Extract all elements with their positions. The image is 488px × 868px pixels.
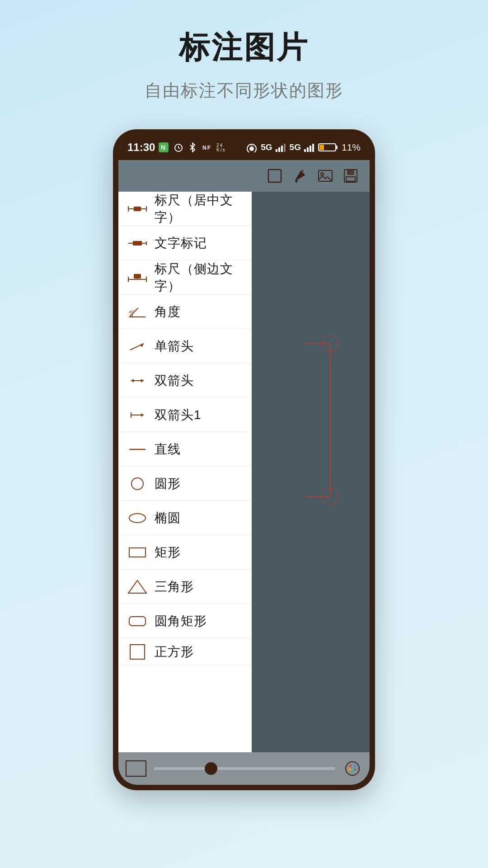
- svg-marker-59: [128, 580, 146, 593]
- svg-text:N: N: [161, 144, 166, 151]
- menu-item-rectangle[interactable]: 矩形: [118, 535, 252, 570]
- svg-rect-22: [268, 170, 281, 182]
- status-time: 11:30: [127, 141, 155, 154]
- palette-button[interactable]: [343, 759, 362, 778]
- menu-item-square[interactable]: 正方形: [118, 638, 252, 665]
- svg-rect-11: [276, 149, 277, 152]
- menu-item-rounded-rect[interactable]: 圆角矩形: [118, 604, 252, 638]
- menu-item-double-arrow[interactable]: 双箭头: [118, 363, 252, 398]
- svg-rect-14: [284, 144, 286, 152]
- svg-rect-18: [312, 144, 314, 152]
- status-right: 2 5G 5G: [245, 142, 361, 153]
- svg-rect-16: [307, 147, 309, 152]
- svg-rect-42: [134, 274, 141, 278]
- clear-tool-button[interactable]: [288, 164, 312, 188]
- menu-label-line: 直线: [155, 441, 181, 458]
- svg-marker-50: [131, 379, 134, 382]
- phone-mockup: 11:30 N: [113, 129, 375, 790]
- menu-item-single-arrow[interactable]: 单箭头: [118, 329, 252, 363]
- svg-rect-15: [304, 149, 306, 152]
- svg-rect-28: [346, 177, 355, 181]
- toolbar: [118, 160, 370, 192]
- status-left: 11:30 N: [127, 141, 229, 154]
- status-bar: 11:30 N: [118, 135, 370, 160]
- svg-point-57: [129, 514, 145, 523]
- svg-marker-54: [141, 413, 144, 417]
- line-icon: [127, 439, 147, 459]
- stroke-slider[interactable]: [154, 767, 335, 770]
- svg-point-67: [346, 762, 359, 775]
- angle-icon: 45°: [127, 302, 147, 322]
- menu-item-ruler-side[interactable]: 标尺（侧边文字）: [118, 260, 252, 295]
- menu-item-circle[interactable]: 圆形: [118, 467, 252, 501]
- save-tool-button[interactable]: [339, 164, 362, 188]
- svg-point-25: [321, 173, 324, 175]
- menu-label-rounded-rect: 圆角矩形: [155, 613, 207, 630]
- menu-label-double-arrow: 双箭头: [155, 372, 194, 389]
- signal-5g2: 5G: [290, 142, 301, 152]
- shape-preview: [126, 760, 146, 777]
- menu-item-line[interactable]: 直线: [118, 432, 252, 467]
- menu-label-square: 正方形: [155, 643, 194, 660]
- page-title: 标注图片: [179, 27, 309, 68]
- menu-label-text-mark: 文字标记: [155, 235, 207, 252]
- main-area: 标尺（居中文字） 文字标记: [118, 192, 370, 752]
- circle-icon: [127, 474, 147, 494]
- text-mark-icon: [127, 233, 147, 253]
- svg-text:NFC: NFC: [202, 145, 211, 151]
- battery-percent: 11%: [342, 142, 361, 153]
- svg-point-71: [348, 768, 351, 771]
- signal-5g: 5G: [261, 142, 272, 152]
- menu-label-ruler-side: 标尺（侧边文字）: [155, 260, 243, 295]
- svg-point-70: [351, 769, 354, 772]
- svg-rect-21: [319, 145, 324, 150]
- square-icon: [127, 642, 147, 662]
- menu-item-triangle[interactable]: 三角形: [118, 570, 252, 604]
- page-subtitle: 自由标注不同形状的图形: [145, 79, 343, 102]
- svg-line-23: [301, 170, 304, 171]
- menu-label-single-arrow: 单箭头: [155, 338, 194, 355]
- svg-point-56: [131, 478, 143, 490]
- menu-item-ruler-center[interactable]: 标尺（居中文字）: [118, 192, 252, 226]
- svg-text:45°: 45°: [129, 310, 135, 314]
- ruler-side-icon: [127, 268, 147, 288]
- svg-rect-13: [281, 146, 283, 152]
- svg-rect-20: [336, 146, 338, 149]
- triangle-icon: [127, 577, 147, 597]
- slider-thumb[interactable]: [205, 762, 217, 775]
- single-arrow-icon: [127, 336, 147, 356]
- rounded-rect-icon: [127, 611, 147, 631]
- svg-line-4: [178, 148, 180, 149]
- svg-point-69: [353, 764, 356, 767]
- menu-label-angle: 角度: [155, 303, 181, 321]
- svg-rect-12: [278, 147, 280, 152]
- phone-screen: 11:30 N: [118, 135, 370, 785]
- rectangle-icon: [127, 542, 147, 562]
- svg-marker-51: [141, 379, 144, 382]
- svg-rect-58: [129, 548, 145, 557]
- svg-text:K/s: K/s: [216, 147, 225, 152]
- menu-item-ellipse[interactable]: 椭圆: [118, 501, 252, 535]
- menu-item-double-arrow1[interactable]: 双箭头1: [118, 398, 252, 432]
- double-arrow-icon: [127, 371, 147, 391]
- menu-label-ellipse: 椭圆: [155, 509, 181, 527]
- svg-point-9: [249, 146, 254, 151]
- menu-label-double-arrow1: 双箭头1: [155, 406, 202, 424]
- menu-label-rectangle: 矩形: [155, 544, 181, 561]
- menu-label-circle: 圆形: [155, 475, 181, 492]
- menu-item-angle[interactable]: 45° 角度: [118, 295, 252, 329]
- side-menu: 标尺（居中文字） 文字标记: [118, 192, 252, 752]
- menu-item-text-mark[interactable]: 文字标记: [118, 226, 252, 260]
- svg-rect-60: [129, 617, 145, 626]
- bottom-bar: [118, 752, 370, 785]
- canvas-svg: [252, 192, 370, 752]
- selection-tool-button[interactable]: [263, 164, 286, 188]
- svg-text:2: 2: [251, 143, 253, 147]
- svg-rect-27: [347, 170, 354, 175]
- menu-label-ruler-center: 标尺（居中文字）: [155, 192, 243, 226]
- canvas-area[interactable]: [252, 192, 370, 752]
- image-tool-button[interactable]: [314, 164, 337, 188]
- svg-point-72: [354, 768, 357, 771]
- svg-rect-32: [134, 207, 141, 211]
- double-arrow1-icon: [127, 405, 147, 425]
